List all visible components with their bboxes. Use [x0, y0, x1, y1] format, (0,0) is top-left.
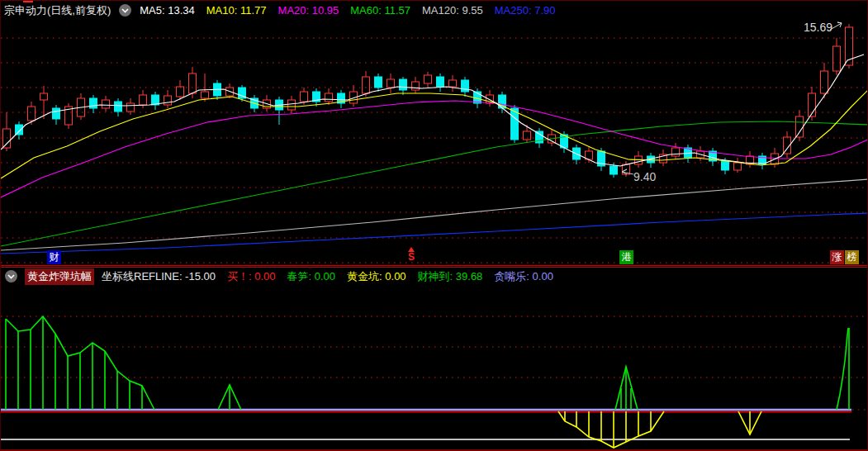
- marker-zhang[interactable]: 涨: [830, 250, 844, 264]
- indicator-value-label: 财神到: 39.68: [418, 269, 483, 284]
- price-annotation: 9.40: [633, 170, 656, 183]
- chevron-down-icon[interactable]: [5, 270, 17, 282]
- yellow-dip-valley: [558, 411, 664, 448]
- ma-line-ma120: [1, 179, 868, 250]
- ma-label: MA10: 11.77: [206, 4, 267, 17]
- ma-line-ma5: [1, 55, 864, 166]
- grid-layer: [1, 38, 868, 263]
- green-spike-mid: [615, 367, 638, 410]
- ma-line-ma20: [1, 101, 868, 197]
- ma-line-ma250: [1, 213, 868, 254]
- ma-legend: MA5: 13.34MA10: 11.77MA20: 10.95MA60: 11…: [140, 4, 555, 17]
- ma-label: MA5: 13.34: [140, 4, 195, 17]
- price-annotation: 15.69: [804, 21, 832, 34]
- candlestick-chart[interactable]: 15.699.40: [1, 19, 868, 267]
- marker-bang[interactable]: 榜: [845, 250, 859, 264]
- trading-terminal-window: 宗申动力(日线,前复权) MA5: 13.34MA10: 11.77MA20: …: [0, 0, 868, 451]
- marker-cai[interactable]: 财: [47, 250, 61, 264]
- indicator-chart[interactable]: [1, 285, 868, 451]
- indicator-header: 黄金炸弹坑幅 坐标线REFLINE: -15.00买！: 0.00春笋: 0.0…: [1, 267, 867, 285]
- indicator-value-label: 黄金坑: 0.00: [347, 269, 406, 284]
- ma-label: MA60: 11.57: [350, 4, 410, 17]
- ma-lines-layer: [1, 55, 868, 254]
- ma-label: MA250: 7.90: [495, 4, 556, 17]
- green-spike-right: [837, 328, 849, 410]
- green-spike-small: [218, 385, 241, 410]
- indicator-value-label: 春笋: 0.00: [287, 269, 336, 284]
- annotation-arrow-icon: [622, 169, 633, 174]
- indicator-value-label: 贪嘴乐: 0.00: [494, 269, 553, 284]
- chevron-down-icon[interactable]: [119, 4, 131, 17]
- stock-title: 宗申动力(日线,前复权): [4, 3, 111, 18]
- marker-gang[interactable]: 港: [619, 250, 633, 264]
- green-spike-mountain: [6, 316, 154, 410]
- ma-label: MA20: 10.95: [278, 4, 339, 17]
- candles-layer: [3, 24, 853, 178]
- ma-line-ma60: [1, 121, 868, 246]
- grid-layer: [1, 316, 868, 410]
- yellow-dip-v: [738, 411, 761, 434]
- signal-letter: S: [408, 252, 415, 262]
- indicator-value-label: 坐标线REFLINE: -15.00: [102, 269, 216, 284]
- indicator-values: 坐标线REFLINE: -15.00买！: 0.00春笋: 0.00黄金坑: 0…: [102, 269, 553, 284]
- ma-label: MA120: 9.55: [422, 4, 483, 17]
- indicator-name[interactable]: 黄金炸弹坑幅: [25, 268, 94, 285]
- main-chart-header: 宗申动力(日线,前复权) MA5: 13.34MA10: 11.77MA20: …: [1, 2, 867, 19]
- indicator-value-label: 买！: 0.00: [227, 269, 276, 284]
- signal-s[interactable]: S: [408, 247, 415, 262]
